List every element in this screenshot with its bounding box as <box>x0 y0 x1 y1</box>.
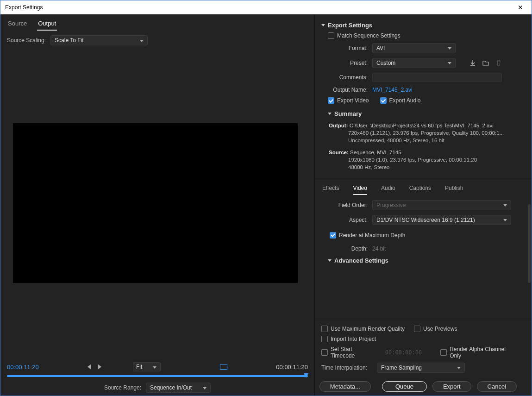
import-project-checkbox[interactable] <box>321 336 328 342</box>
output-name-label: Output Name: <box>328 87 368 93</box>
timeline-playhead-icon[interactable] <box>304 373 308 380</box>
settings-tabs: Effects Video Audio Captions Publish <box>315 178 532 195</box>
source-scaling-label: Source Scaling: <box>7 37 46 44</box>
summary-source-line2: 1920x1080 (1.0), 23.976 fps, Progressive… <box>329 156 525 163</box>
aspect-select[interactable]: D1/DV NTSC Widescreen 16:9 (1.2121) <box>372 215 511 225</box>
format-value: AVI <box>376 45 385 51</box>
metadata-button[interactable]: Metadata... <box>319 381 371 392</box>
max-depth-checkbox[interactable] <box>330 232 336 239</box>
aspect-value: D1/DV NTSC Widescreen 16:9 (1.2121) <box>376 217 475 223</box>
preview-panel: Source Output Source Scaling: Scale To F… <box>0 14 315 396</box>
alpha-only-checkbox[interactable] <box>440 349 447 356</box>
summary-output-label: Output: <box>329 123 348 128</box>
field-order-label: Field Order: <box>328 202 368 208</box>
summary-output-path: C:\User_\Desktop\Projects\24 vs 60 fps T… <box>350 123 494 128</box>
tab-output[interactable]: Output <box>37 18 57 31</box>
export-button[interactable]: Export <box>432 381 471 392</box>
summary-source-label: Source: <box>329 150 349 155</box>
chevron-down-icon <box>328 259 332 262</box>
step-back-icon[interactable] <box>88 364 91 370</box>
export-audio-label: Export Audio <box>389 97 421 104</box>
timecode-current[interactable]: 00:00:11:20 <box>7 364 39 371</box>
settings-panel: Export Settings Match Sequence Settings … <box>315 14 532 396</box>
start-timecode-checkbox[interactable] <box>321 349 328 356</box>
comments-input[interactable] <box>372 73 502 82</box>
export-settings-title: Export Settings <box>328 22 372 29</box>
summary-output-line2: 720x480 (1.2121), 23.976 fps, Progressiv… <box>329 129 525 137</box>
depth-value: 24 bit <box>372 245 386 252</box>
format-label: Format: <box>328 45 368 51</box>
zoom-select[interactable]: Fit <box>133 362 161 371</box>
scrollbar[interactable] <box>528 204 531 283</box>
format-select[interactable]: AVI <box>372 43 456 53</box>
delete-preset-icon <box>494 59 503 67</box>
summary-source-path: Sequence, MVI_7145 <box>350 150 401 155</box>
source-range-value: Sequence In/Out <box>150 384 192 391</box>
preset-value: Custom <box>376 60 395 66</box>
max-quality-checkbox[interactable] <box>321 326 328 332</box>
max-quality-label: Use Maximum Render Quality <box>331 326 405 332</box>
alpha-only-label: Render Alpha Channel Only <box>450 346 516 359</box>
window-title: Export Settings <box>5 4 43 11</box>
timeline-track[interactable] <box>7 375 308 377</box>
use-previews-label: Use Previews <box>423 326 457 332</box>
cancel-button[interactable]: Cancel <box>477 381 517 392</box>
aspect-crop-icon[interactable] <box>220 364 227 370</box>
time-interp-select[interactable]: Frame Sampling <box>377 363 465 373</box>
export-options-block: Use Maximum Render Quality Use Previews … <box>315 319 532 396</box>
export-video-checkbox[interactable] <box>328 97 334 104</box>
advanced-settings-title: Advanced Settings <box>334 257 388 264</box>
chevron-down-icon <box>321 24 325 26</box>
import-project-label: Import Into Project <box>331 336 376 342</box>
titlebar: Export Settings ✕ <box>0 0 532 14</box>
tab-effects[interactable]: Effects <box>322 183 339 195</box>
source-range-select[interactable]: Sequence In/Out <box>146 383 211 393</box>
tab-video[interactable]: Video <box>353 183 367 195</box>
zoom-select-value: Fit <box>136 364 142 370</box>
preset-label: Preset: <box>328 60 368 66</box>
aspect-label: Aspect: <box>328 217 368 223</box>
chevron-down-icon <box>328 113 332 115</box>
tab-audio[interactable]: Audio <box>381 183 395 195</box>
start-timecode-value: 00:00:00:00 <box>385 349 422 356</box>
queue-button[interactable]: Queue <box>382 381 427 392</box>
start-timecode-label: Set Start Timecode <box>331 346 376 359</box>
step-forward-icon[interactable] <box>98 364 101 370</box>
tab-publish[interactable]: Publish <box>445 183 463 195</box>
export-settings-header[interactable]: Export Settings <box>321 20 525 31</box>
source-range-label: Source Range: <box>104 384 141 391</box>
close-icon[interactable]: ✕ <box>514 2 527 13</box>
max-depth-label: Render at Maximum Depth <box>339 232 405 239</box>
summary-header[interactable]: Summary <box>321 108 525 119</box>
time-interp-value: Frame Sampling <box>381 365 422 371</box>
export-video-label: Export Video <box>337 97 369 104</box>
summary-output-line3: Uncompressed, 48000 Hz, Stereo, 16 bit <box>329 137 525 144</box>
summary-source-line3: 48000 Hz, Stereo <box>329 163 525 171</box>
comments-label: Comments: <box>328 74 368 81</box>
source-scaling-value: Scale To Fit <box>55 37 83 44</box>
tab-captions[interactable]: Captions <box>409 183 431 195</box>
field-order-value: Progressive <box>376 202 406 208</box>
timecode-duration: 00:00:11:20 <box>276 364 308 371</box>
match-sequence-checkbox[interactable] <box>328 32 334 39</box>
use-previews-checkbox[interactable] <box>414 326 420 332</box>
preview-frame <box>13 123 298 283</box>
summary-block: Output: C:\User_\Desktop\Projects\24 vs … <box>321 119 525 175</box>
output-name-link[interactable]: MVI_7145_2.avi <box>372 87 413 93</box>
time-interp-label: Time Interpolation: <box>321 365 368 371</box>
field-order-select: Progressive <box>372 200 511 210</box>
match-sequence-label: Match Sequence Settings <box>337 32 401 39</box>
save-preset-icon[interactable] <box>469 59 477 67</box>
source-scaling-select[interactable]: Scale To Fit <box>50 35 148 45</box>
depth-label: Depth: <box>328 245 368 252</box>
export-settings-window: Export Settings ✕ Source Output Source S… <box>0 0 532 396</box>
import-preset-icon[interactable] <box>482 59 490 67</box>
tab-source[interactable]: Source <box>7 18 28 31</box>
summary-title: Summary <box>334 110 362 117</box>
export-audio-checkbox[interactable] <box>380 97 387 104</box>
preset-select[interactable]: Custom <box>372 58 456 68</box>
preview-area: 00:00:11:20 Fit 00:00:11:20 <box>0 49 314 396</box>
advanced-settings-header[interactable]: Advanced Settings <box>321 254 525 267</box>
